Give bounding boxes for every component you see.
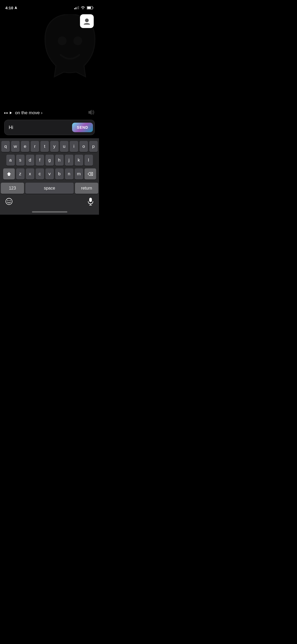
key-g[interactable]: g [45,155,54,166]
svg-rect-8 [93,7,94,8]
mic-icon [87,197,94,205]
key-l[interactable]: l [84,155,93,166]
svg-rect-4 [78,6,79,9]
bottom-panel: on the move › SEND [0,105,99,138]
svg-rect-21 [89,198,92,202]
message-input[interactable] [9,125,70,130]
key-q[interactable]: q [1,141,10,152]
svg-rect-1 [74,8,75,9]
wifi-icon [81,6,85,10]
svg-marker-13 [10,112,12,114]
status-time: 4:10 [5,6,17,10]
key-c[interactable]: c [36,168,44,180]
dot-1 [4,112,6,114]
mic-button[interactable] [87,197,94,206]
dot-2 [6,112,8,114]
shift-key[interactable] [3,168,15,180]
on-the-move-text[interactable]: on the move › [15,110,43,116]
svg-point-12 [85,19,89,22]
svg-point-10 [73,36,82,45]
key-d[interactable]: d [26,155,34,166]
key-i[interactable]: i [70,141,78,152]
svg-rect-3 [77,7,78,9]
key-m[interactable]: m [75,168,83,180]
svg-marker-0 [15,6,17,9]
home-indicator [0,209,99,215]
shift-icon [7,172,11,176]
status-icons [74,6,94,10]
key-z[interactable]: z [16,168,25,180]
speaker-icon[interactable] [86,109,95,117]
svg-rect-2 [76,7,76,9]
space-key[interactable]: space [25,183,74,194]
dot-dots [4,112,8,114]
keyboard-rows: q w e r t y u i o p a s d f g h j k [0,138,99,181]
key-u[interactable]: u [60,141,68,152]
message-input-row: SEND [4,120,95,135]
svg-point-18 [6,198,12,205]
key-t[interactable]: t [40,141,49,152]
svg-point-20 [10,200,11,201]
key-b[interactable]: b [55,168,64,180]
svg-rect-7 [87,7,91,9]
key-j[interactable]: j [65,155,73,166]
status-bar: 4:10 [0,0,99,12]
profile-icon [83,17,91,25]
on-the-move-left: on the move › [4,110,43,116]
key-o[interactable]: o [79,141,88,152]
key-a[interactable]: a [6,155,15,166]
svg-point-19 [7,200,8,201]
keyboard-row-1: q w e r t y u i o p [1,141,98,152]
arrow-icon [10,112,13,114]
key-e[interactable]: e [21,141,29,152]
svg-point-5 [83,8,83,9]
profile-button[interactable] [80,14,94,28]
send-button[interactable]: SEND [72,123,93,132]
delete-icon [88,172,93,176]
key-w[interactable]: w [11,141,20,152]
on-the-move-bar: on the move › [4,105,95,120]
return-key[interactable]: return [75,183,98,194]
keyboard-row-3: z x c v b n m [1,168,98,180]
signal-icon [74,6,79,9]
delete-key[interactable] [84,168,96,180]
svg-point-9 [58,36,67,45]
key-x[interactable]: x [26,168,34,180]
numbers-key[interactable]: 123 [1,183,24,194]
key-n[interactable]: n [65,168,73,180]
battery-icon [87,6,94,10]
key-r[interactable]: r [31,141,39,152]
key-y[interactable]: y [50,141,59,152]
keyboard-bottom-row: 123 space return [0,183,99,194]
key-h[interactable]: h [55,155,64,166]
key-p[interactable]: p [89,141,98,152]
keyboard-row-2: a s d f g h j k l [1,155,98,166]
key-f[interactable]: f [36,155,44,166]
keyboard: q w e r t y u i o p a s d f g h j k [0,138,99,215]
keyboard-toolbar [0,195,99,209]
navigation-icon [15,6,17,9]
svg-marker-15 [7,172,11,176]
svg-marker-14 [88,110,92,115]
key-v[interactable]: v [45,168,54,180]
speaker-svg [86,109,95,116]
emoji-icon [5,198,13,205]
key-s[interactable]: s [16,155,25,166]
home-bar [32,211,67,213]
time-display: 4:10 [5,6,13,10]
main-content [0,12,99,105]
screen: 4:10 [0,0,99,215]
key-k[interactable]: k [75,155,83,166]
emoji-button[interactable] [5,198,13,206]
